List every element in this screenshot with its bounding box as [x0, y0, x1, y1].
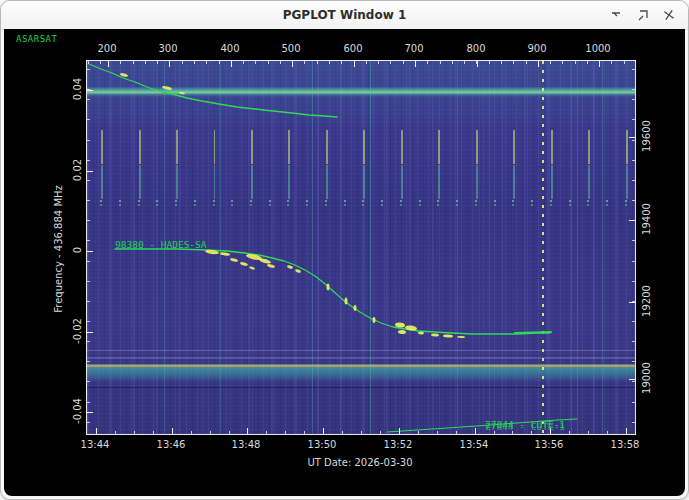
bottom-major-tick — [475, 428, 476, 434]
signal-detection-blob — [431, 333, 439, 337]
top-tick-label: 300 — [158, 43, 177, 54]
top-tick-label: 900 — [527, 43, 546, 54]
close-icon[interactable] — [662, 8, 676, 22]
left-axis-minor-ticks — [87, 61, 90, 434]
signal-detection-blob — [443, 334, 453, 338]
bottom-tick-label: 13:58 — [611, 439, 640, 450]
left-tick-label: 0 — [72, 247, 83, 253]
left-tick-label: 0.04 — [72, 78, 83, 100]
top-tick-label: 600 — [343, 43, 362, 54]
signal-detection-blob — [240, 261, 249, 266]
titlebar[interactable]: PGPLOT Window 1 — [1, 1, 688, 30]
bottom-axis-minor-ticks — [87, 431, 635, 434]
pgplot-window: PGPLOT Window 1 ASARSAT — [0, 0, 689, 500]
right-major-tick — [629, 302, 635, 303]
signal-detection-blob — [398, 330, 406, 335]
signal-detection-blob — [220, 252, 230, 256]
signal-detection-blob — [295, 269, 302, 274]
top-tick-label: 700 — [404, 43, 423, 54]
bottom-major-tick — [96, 428, 97, 434]
left-axis-title: Frequency - 436.884 MHz — [53, 185, 64, 313]
right-major-tick — [629, 379, 635, 380]
left-major-tick — [87, 171, 93, 172]
plot-canvas: ASARSAT 98380 - HADES-SA 27844 - CUTE-1 — [4, 29, 685, 496]
bottom-tick-label: 13:54 — [460, 439, 489, 450]
bottom-major-tick — [626, 428, 627, 434]
top-tick-label: 1000 — [585, 43, 610, 54]
top-tick-label: 800 — [466, 43, 485, 54]
bottom-major-tick — [247, 428, 248, 434]
earlier-pass-cw-trace — [89, 64, 337, 117]
bottom-tick-label: 13:56 — [535, 439, 564, 450]
signal-detection-blob — [267, 263, 276, 268]
right-major-tick — [629, 137, 635, 138]
hades-sa-doppler-track — [115, 249, 550, 334]
top-major-tick — [292, 61, 293, 67]
left-tick-label: -0.02 — [72, 318, 83, 344]
maximize-icon[interactable] — [636, 8, 650, 22]
signal-detection-blob — [249, 266, 255, 270]
sat2-annotation: 27844 - CUTE-1 — [485, 419, 565, 430]
bottom-major-tick — [172, 428, 173, 434]
spectrogram-plot[interactable]: 98380 - HADES-SA 27844 - CUTE-1 — [86, 60, 636, 435]
signal-detection-blob — [287, 265, 294, 270]
signal-detection-blob — [327, 284, 330, 291]
bottom-tick-label: 13:44 — [81, 439, 110, 450]
bottom-tick-label: 13:48 — [232, 439, 261, 450]
signal-detection-blob — [373, 317, 376, 323]
right-tick-label: 19200 — [641, 285, 652, 317]
signal-detection-blob — [457, 336, 465, 338]
right-major-tick — [629, 220, 635, 221]
top-major-tick — [108, 61, 109, 67]
bottom-tick-label: 13:52 — [384, 439, 413, 450]
signal-detection-blob — [179, 91, 185, 94]
bottom-tick-label: 13:46 — [157, 439, 186, 450]
station-label: ASARSAT — [16, 34, 57, 44]
top-major-tick — [415, 61, 416, 67]
top-major-tick — [231, 61, 232, 67]
top-tick-label: 500 — [281, 43, 300, 54]
right-tick-label: 19600 — [641, 120, 652, 152]
left-tick-label: -0.04 — [72, 398, 83, 424]
left-major-tick — [87, 332, 93, 333]
top-major-tick — [354, 61, 355, 67]
top-major-tick — [599, 61, 600, 67]
sat1-annotation: 98380 - HADES-SA — [115, 239, 207, 250]
bottom-major-tick — [399, 428, 400, 434]
signal-detection-blob — [162, 85, 172, 90]
top-tick-label: 200 — [97, 43, 116, 54]
signal-detection-blob — [354, 305, 357, 311]
top-major-tick — [477, 61, 478, 67]
window-controls — [610, 1, 676, 29]
right-tick-label: 19000 — [641, 362, 652, 394]
top-major-tick — [538, 61, 539, 67]
hades-sa-track-end-bright — [515, 332, 551, 333]
top-major-tick — [169, 61, 170, 67]
bottom-tick-label: 13:50 — [308, 439, 337, 450]
window-title: PGPLOT Window 1 — [283, 8, 407, 22]
top-tick-label: 400 — [220, 43, 239, 54]
right-tick-label: 19400 — [641, 203, 652, 235]
minimize-icon[interactable] — [610, 8, 624, 22]
bottom-axis-title: UT Date: 2026-03-30 — [307, 457, 412, 468]
bottom-major-tick — [323, 428, 324, 434]
left-tick-label: 0.02 — [72, 159, 83, 181]
signal-detection-blob — [230, 258, 238, 263]
left-major-tick — [87, 251, 93, 252]
left-major-tick — [87, 90, 93, 91]
signal-detection-blob — [345, 298, 348, 305]
left-major-tick — [87, 412, 93, 413]
